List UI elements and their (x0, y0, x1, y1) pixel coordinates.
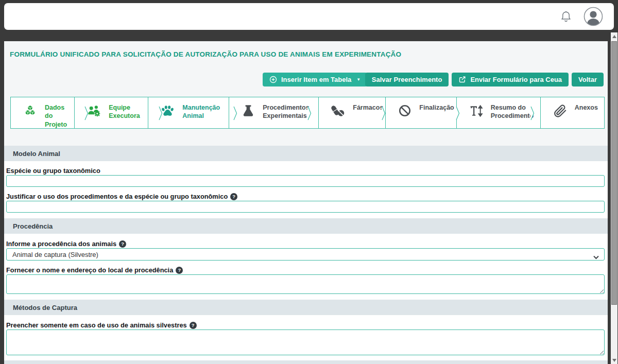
cubes-icon (23, 103, 37, 118)
notifications-button[interactable] (559, 9, 573, 24)
local-procedencia-label: Fornecer o nome e endereço do local de p… (6, 266, 183, 274)
ban-icon (398, 103, 411, 117)
caret-down-icon: ▼ (356, 78, 360, 82)
section-header-modelo-animal: Modelo Animal (4, 146, 608, 161)
text-height-icon (469, 103, 483, 118)
especie-label: Espécie ou grupo taxonômico (6, 167, 100, 175)
page-title: FORMULÁRIO UNIFICADO PARA SOLICITAÇÃO DE… (10, 50, 401, 58)
scroll-down-button[interactable] (611, 356, 617, 364)
scrollbar-thumb[interactable] (611, 41, 617, 305)
flask-icon (242, 103, 255, 117)
local-procedencia-textarea-wrap (6, 274, 605, 294)
paw-icon (161, 103, 175, 118)
scroll-up-button[interactable] (611, 32, 617, 40)
tab-dados-do-projeto[interactable]: Dados do Projeto (11, 97, 74, 128)
help-icon[interactable]: ? (119, 240, 126, 248)
vertical-scrollbar (611, 32, 617, 364)
procedencia-select[interactable]: Animal de captura (Silvestre) (6, 248, 605, 261)
metodos-captura-label: Preencher somente em caso de uso de anim… (6, 321, 197, 329)
tab-farmacos[interactable]: Fármacos (318, 97, 385, 128)
step-tabbar: Dados do Projeto (10, 97, 605, 129)
metodos-captura-textarea[interactable] (6, 330, 605, 355)
section-header-procedencia: Procedência (4, 218, 608, 234)
justificativa-input[interactable] (6, 201, 605, 213)
users-gear-icon (87, 103, 101, 118)
save-button[interactable]: Salvar Preenchimento (365, 73, 449, 86)
plus-circle-icon (269, 76, 277, 83)
help-icon[interactable]: ? (230, 193, 237, 200)
help-icon[interactable]: ? (176, 267, 183, 274)
tab-anexos[interactable]: Anexos (540, 97, 604, 128)
especie-input[interactable] (6, 175, 605, 187)
justificativa-label: Justificar o uso dos procedimentos e da … (6, 193, 237, 200)
metodos-captura-textarea-wrap (6, 330, 605, 355)
share-square-icon (458, 76, 466, 83)
send-form-button[interactable]: Enviar Formulário para Ceua (452, 73, 569, 86)
tab-equipe-executora[interactable]: Equipe Executora (74, 97, 148, 128)
procedencia-select-wrap: Animal de captura (Silvestre) (6, 248, 605, 261)
toolbar-right: Salvar Preenchimento Enviar Formulário p… (365, 73, 604, 86)
bell-icon (560, 10, 572, 23)
tab-resumo-do-procedimento[interactable]: Resumo do Procedimento (456, 97, 540, 128)
procedencia-label: Informe a procedência dos animais ? (6, 240, 126, 248)
form-card: FORMULÁRIO UNIFICADO PARA SOLICITAÇÃO DE… (4, 41, 608, 364)
section-header-next (4, 360, 608, 364)
help-icon[interactable]: ? (190, 322, 197, 329)
back-button[interactable]: Voltar (572, 73, 604, 86)
form-body: Modelo Animal Espécie ou grupo taxonômic… (4, 146, 608, 364)
tab-finalizacao[interactable]: Finalização (385, 97, 456, 128)
user-avatar[interactable] (583, 6, 604, 27)
paperclip-icon (553, 103, 567, 118)
insert-item-button[interactable]: Inserir Item em Tabela ▼ (263, 73, 367, 86)
pills-icon (331, 103, 345, 118)
tab-manutencao-animal[interactable]: Manutenção Animal (148, 97, 229, 128)
top-navigation-bar (4, 3, 614, 30)
section-header-metodos-captura: Métodos de Captura (4, 300, 608, 315)
tab-procedimentos-experimentais[interactable]: Procedimentos Experimentais (229, 97, 318, 128)
local-procedencia-textarea[interactable] (6, 274, 605, 294)
